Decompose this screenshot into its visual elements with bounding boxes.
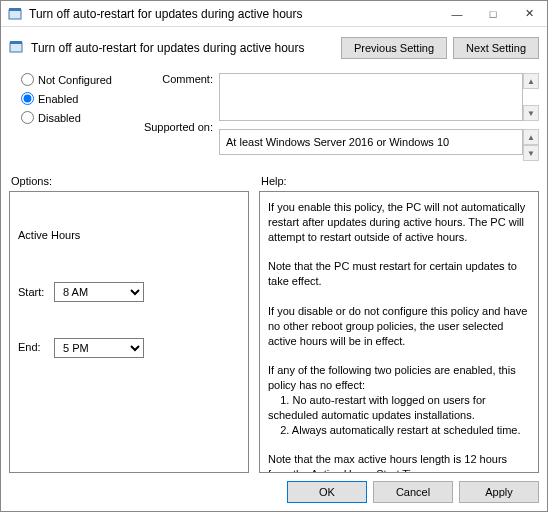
radio-not-configured-label: Not Configured bbox=[38, 74, 112, 86]
scroll-down-icon[interactable]: ▼ bbox=[523, 105, 539, 121]
maximize-button[interactable]: □ bbox=[475, 1, 511, 26]
svg-rect-1 bbox=[9, 8, 21, 11]
start-select[interactable]: 8 AM bbox=[54, 282, 144, 302]
active-hours-title: Active Hours bbox=[18, 228, 240, 243]
options-pane: Options: Active Hours Start: 8 AM End: 5… bbox=[9, 171, 249, 473]
radio-disabled[interactable]: Disabled bbox=[21, 111, 129, 124]
radio-disabled-input[interactable] bbox=[21, 111, 34, 124]
radio-not-configured[interactable]: Not Configured bbox=[21, 73, 129, 86]
apply-button[interactable]: Apply bbox=[459, 481, 539, 503]
supported-on-value: At least Windows Server 2016 or Windows … bbox=[219, 129, 523, 155]
comment-textarea[interactable] bbox=[219, 73, 523, 121]
policy-title: Turn off auto-restart for updates during… bbox=[31, 41, 333, 55]
scroll-up-icon[interactable]: ▲ bbox=[523, 129, 539, 145]
scroll-down-icon[interactable]: ▼ bbox=[523, 145, 539, 161]
cancel-button[interactable]: Cancel bbox=[373, 481, 453, 503]
comment-label: Comment: bbox=[135, 73, 213, 85]
help-label: Help: bbox=[259, 171, 539, 191]
dialog-content: Turn off auto-restart for updates during… bbox=[1, 27, 547, 511]
gpedit-dialog: Turn off auto-restart for updates during… bbox=[0, 0, 548, 512]
window-controls: ― □ ✕ bbox=[439, 1, 547, 26]
svg-rect-0 bbox=[9, 10, 21, 19]
radio-enabled-label: Enabled bbox=[38, 93, 78, 105]
end-label: End: bbox=[18, 340, 48, 355]
start-label: Start: bbox=[18, 285, 48, 300]
close-button[interactable]: ✕ bbox=[511, 1, 547, 26]
minimize-button[interactable]: ― bbox=[439, 1, 475, 26]
radio-enabled-input[interactable] bbox=[21, 92, 34, 105]
options-body: Active Hours Start: 8 AM End: 5 PM bbox=[9, 191, 249, 473]
policy-icon bbox=[9, 40, 25, 56]
svg-rect-2 bbox=[10, 43, 22, 52]
help-text: If you enable this policy, the PC will n… bbox=[259, 191, 539, 473]
radio-not-configured-input[interactable] bbox=[21, 73, 34, 86]
help-pane: Help: If you enable this policy, the PC … bbox=[259, 171, 539, 473]
end-select[interactable]: 5 PM bbox=[54, 338, 144, 358]
radio-disabled-label: Disabled bbox=[38, 112, 81, 124]
next-setting-button[interactable]: Next Setting bbox=[453, 37, 539, 59]
titlebar[interactable]: Turn off auto-restart for updates during… bbox=[1, 1, 547, 27]
ok-button[interactable]: OK bbox=[287, 481, 367, 503]
svg-rect-3 bbox=[10, 41, 22, 44]
scroll-up-icon[interactable]: ▲ bbox=[523, 73, 539, 89]
header-row: Turn off auto-restart for updates during… bbox=[9, 37, 539, 59]
previous-setting-button[interactable]: Previous Setting bbox=[341, 37, 447, 59]
dialog-footer: OK Cancel Apply bbox=[9, 473, 539, 503]
radio-enabled[interactable]: Enabled bbox=[21, 92, 129, 105]
gpedit-icon bbox=[7, 6, 23, 22]
supported-on-label: Supported on: bbox=[135, 121, 213, 133]
config-grid: Not Configured Enabled Disabled Comment:… bbox=[9, 73, 539, 161]
window-title: Turn off auto-restart for updates during… bbox=[29, 7, 439, 21]
options-label: Options: bbox=[9, 171, 249, 191]
state-radios: Not Configured Enabled Disabled bbox=[9, 73, 129, 161]
